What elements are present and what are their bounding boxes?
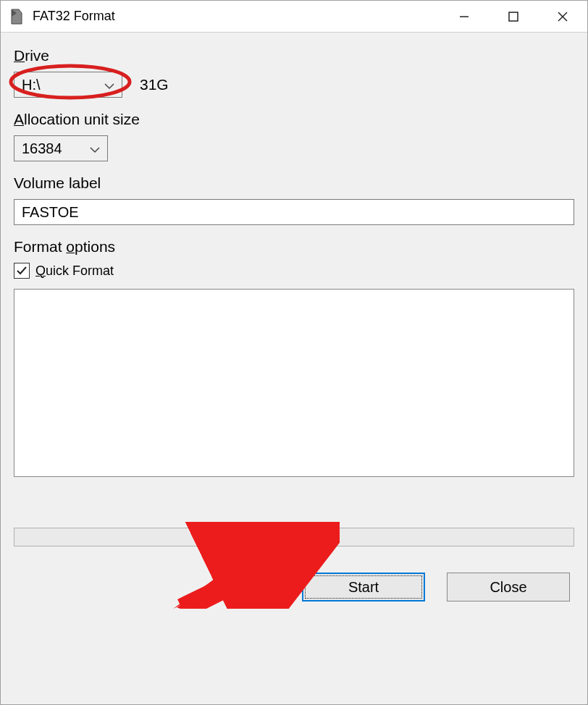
close-button[interactable] — [538, 1, 587, 32]
window-title: FAT32 Format — [33, 9, 440, 24]
quick-format-label: Quick Format — [35, 263, 114, 279]
drive-label: Drive — [14, 47, 574, 64]
quick-format-row: Quick Format — [14, 263, 574, 279]
content-area: Drive H:\ 31G Allocation unit size 16384… — [1, 33, 587, 704]
close-dialog-button[interactable]: Close — [447, 573, 570, 601]
drive-size-text: 31G — [140, 76, 169, 93]
progress-bar — [14, 528, 574, 546]
app-window: FAT32 Format Drive H:\ — [0, 0, 588, 705]
start-button[interactable]: Start — [302, 573, 425, 601]
chevron-down-icon — [90, 140, 100, 157]
format-options-label: Format options — [14, 238, 574, 256]
volume-label-input[interactable] — [14, 199, 574, 225]
volume-label-text: Volume label — [14, 174, 574, 192]
svg-rect-1 — [509, 12, 518, 21]
quick-format-checkbox[interactable] — [14, 263, 30, 279]
button-row: Start Close — [14, 573, 574, 601]
app-icon — [9, 8, 24, 25]
allocation-label: Allocation unit size — [14, 111, 574, 128]
drive-select-value: H:\ — [22, 77, 41, 93]
maximize-button[interactable] — [489, 1, 538, 32]
allocation-select-value: 16384 — [22, 140, 62, 157]
window-controls — [440, 1, 587, 32]
chevron-down-icon — [104, 77, 114, 93]
drive-row: H:\ 31G — [14, 72, 574, 98]
allocation-select[interactable]: 16384 — [14, 135, 108, 161]
minimize-button[interactable] — [440, 1, 489, 32]
drive-select[interactable]: H:\ — [14, 72, 122, 98]
svg-marker-6 — [177, 544, 314, 609]
titlebar: FAT32 Format — [1, 1, 587, 33]
log-output — [14, 289, 574, 477]
